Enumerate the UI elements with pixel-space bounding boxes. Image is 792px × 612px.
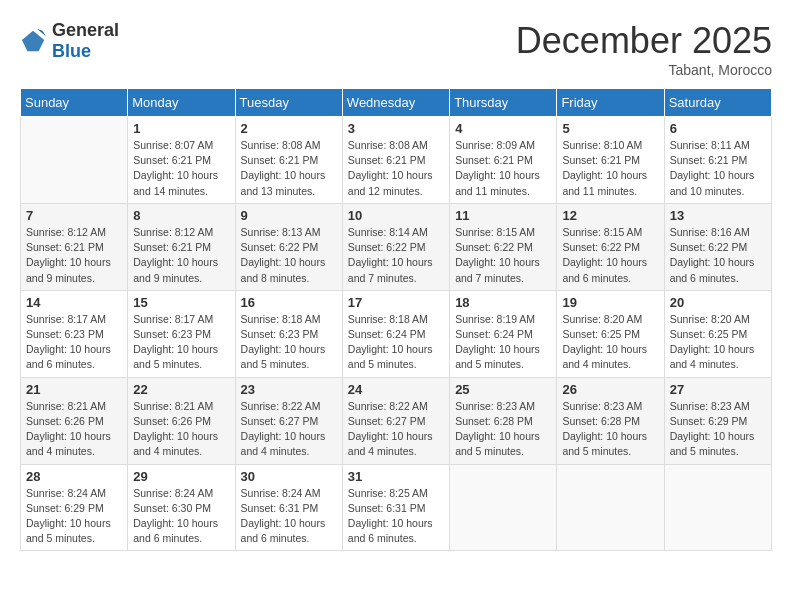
- calendar-cell: 21Sunrise: 8:21 AMSunset: 6:26 PMDayligh…: [21, 377, 128, 464]
- calendar-cell: 16Sunrise: 8:18 AMSunset: 6:23 PMDayligh…: [235, 290, 342, 377]
- day-info: Sunrise: 8:22 AMSunset: 6:27 PMDaylight:…: [241, 399, 337, 460]
- day-info: Sunrise: 8:25 AMSunset: 6:31 PMDaylight:…: [348, 486, 444, 547]
- calendar-cell: 18Sunrise: 8:19 AMSunset: 6:24 PMDayligh…: [450, 290, 557, 377]
- day-info: Sunrise: 8:24 AMSunset: 6:30 PMDaylight:…: [133, 486, 229, 547]
- day-number: 19: [562, 295, 658, 310]
- calendar-week-row: 7Sunrise: 8:12 AMSunset: 6:21 PMDaylight…: [21, 203, 772, 290]
- day-info: Sunrise: 8:23 AMSunset: 6:29 PMDaylight:…: [670, 399, 766, 460]
- calendar-cell: 22Sunrise: 8:21 AMSunset: 6:26 PMDayligh…: [128, 377, 235, 464]
- day-info: Sunrise: 8:20 AMSunset: 6:25 PMDaylight:…: [562, 312, 658, 373]
- calendar-cell: 12Sunrise: 8:15 AMSunset: 6:22 PMDayligh…: [557, 203, 664, 290]
- day-number: 16: [241, 295, 337, 310]
- calendar-cell: 11Sunrise: 8:15 AMSunset: 6:22 PMDayligh…: [450, 203, 557, 290]
- day-info: Sunrise: 8:23 AMSunset: 6:28 PMDaylight:…: [562, 399, 658, 460]
- day-info: Sunrise: 8:18 AMSunset: 6:23 PMDaylight:…: [241, 312, 337, 373]
- day-header-wednesday: Wednesday: [342, 89, 449, 117]
- calendar-cell: 17Sunrise: 8:18 AMSunset: 6:24 PMDayligh…: [342, 290, 449, 377]
- day-number: 17: [348, 295, 444, 310]
- day-info: Sunrise: 8:15 AMSunset: 6:22 PMDaylight:…: [455, 225, 551, 286]
- logo-blue: Blue: [52, 41, 91, 61]
- day-number: 1: [133, 121, 229, 136]
- calendar-cell: 15Sunrise: 8:17 AMSunset: 6:23 PMDayligh…: [128, 290, 235, 377]
- calendar-cell: 7Sunrise: 8:12 AMSunset: 6:21 PMDaylight…: [21, 203, 128, 290]
- day-number: 7: [26, 208, 122, 223]
- day-number: 26: [562, 382, 658, 397]
- calendar-cell: 1Sunrise: 8:07 AMSunset: 6:21 PMDaylight…: [128, 117, 235, 204]
- day-info: Sunrise: 8:16 AMSunset: 6:22 PMDaylight:…: [670, 225, 766, 286]
- day-header-friday: Friday: [557, 89, 664, 117]
- day-number: 29: [133, 469, 229, 484]
- calendar-week-row: 1Sunrise: 8:07 AMSunset: 6:21 PMDaylight…: [21, 117, 772, 204]
- day-number: 18: [455, 295, 551, 310]
- month-title: December 2025: [516, 20, 772, 62]
- day-number: 21: [26, 382, 122, 397]
- day-info: Sunrise: 8:22 AMSunset: 6:27 PMDaylight:…: [348, 399, 444, 460]
- calendar-table: SundayMondayTuesdayWednesdayThursdayFrid…: [20, 88, 772, 551]
- day-info: Sunrise: 8:09 AMSunset: 6:21 PMDaylight:…: [455, 138, 551, 199]
- day-info: Sunrise: 8:10 AMSunset: 6:21 PMDaylight:…: [562, 138, 658, 199]
- calendar-cell: 14Sunrise: 8:17 AMSunset: 6:23 PMDayligh…: [21, 290, 128, 377]
- calendar-cell: 3Sunrise: 8:08 AMSunset: 6:21 PMDaylight…: [342, 117, 449, 204]
- day-info: Sunrise: 8:15 AMSunset: 6:22 PMDaylight:…: [562, 225, 658, 286]
- day-number: 8: [133, 208, 229, 223]
- logo: General Blue: [20, 20, 119, 62]
- day-header-tuesday: Tuesday: [235, 89, 342, 117]
- calendar-cell: 20Sunrise: 8:20 AMSunset: 6:25 PMDayligh…: [664, 290, 771, 377]
- location: Tabant, Morocco: [516, 62, 772, 78]
- day-number: 3: [348, 121, 444, 136]
- day-number: 10: [348, 208, 444, 223]
- day-number: 11: [455, 208, 551, 223]
- calendar-cell: 8Sunrise: 8:12 AMSunset: 6:21 PMDaylight…: [128, 203, 235, 290]
- day-number: 4: [455, 121, 551, 136]
- day-info: Sunrise: 8:08 AMSunset: 6:21 PMDaylight:…: [348, 138, 444, 199]
- day-header-thursday: Thursday: [450, 89, 557, 117]
- day-number: 23: [241, 382, 337, 397]
- day-info: Sunrise: 8:21 AMSunset: 6:26 PMDaylight:…: [26, 399, 122, 460]
- title-block: December 2025 Tabant, Morocco: [516, 20, 772, 78]
- calendar-cell: 5Sunrise: 8:10 AMSunset: 6:21 PMDaylight…: [557, 117, 664, 204]
- calendar-cell: 24Sunrise: 8:22 AMSunset: 6:27 PMDayligh…: [342, 377, 449, 464]
- day-number: 12: [562, 208, 658, 223]
- day-info: Sunrise: 8:20 AMSunset: 6:25 PMDaylight:…: [670, 312, 766, 373]
- calendar-cell: 30Sunrise: 8:24 AMSunset: 6:31 PMDayligh…: [235, 464, 342, 551]
- calendar-cell: [664, 464, 771, 551]
- day-info: Sunrise: 8:19 AMSunset: 6:24 PMDaylight:…: [455, 312, 551, 373]
- day-info: Sunrise: 8:24 AMSunset: 6:31 PMDaylight:…: [241, 486, 337, 547]
- svg-marker-0: [22, 31, 44, 52]
- day-header-saturday: Saturday: [664, 89, 771, 117]
- day-info: Sunrise: 8:21 AMSunset: 6:26 PMDaylight:…: [133, 399, 229, 460]
- calendar-cell: 9Sunrise: 8:13 AMSunset: 6:22 PMDaylight…: [235, 203, 342, 290]
- calendar-cell: 2Sunrise: 8:08 AMSunset: 6:21 PMDaylight…: [235, 117, 342, 204]
- day-info: Sunrise: 8:12 AMSunset: 6:21 PMDaylight:…: [26, 225, 122, 286]
- calendar-cell: 28Sunrise: 8:24 AMSunset: 6:29 PMDayligh…: [21, 464, 128, 551]
- day-info: Sunrise: 8:11 AMSunset: 6:21 PMDaylight:…: [670, 138, 766, 199]
- day-number: 31: [348, 469, 444, 484]
- day-number: 25: [455, 382, 551, 397]
- day-number: 9: [241, 208, 337, 223]
- calendar-cell: [21, 117, 128, 204]
- calendar-cell: 19Sunrise: 8:20 AMSunset: 6:25 PMDayligh…: [557, 290, 664, 377]
- day-number: 14: [26, 295, 122, 310]
- day-info: Sunrise: 8:24 AMSunset: 6:29 PMDaylight:…: [26, 486, 122, 547]
- day-info: Sunrise: 8:07 AMSunset: 6:21 PMDaylight:…: [133, 138, 229, 199]
- calendar-cell: 26Sunrise: 8:23 AMSunset: 6:28 PMDayligh…: [557, 377, 664, 464]
- calendar-cell: 29Sunrise: 8:24 AMSunset: 6:30 PMDayligh…: [128, 464, 235, 551]
- calendar-cell: 10Sunrise: 8:14 AMSunset: 6:22 PMDayligh…: [342, 203, 449, 290]
- page-header: General Blue December 2025 Tabant, Moroc…: [20, 20, 772, 78]
- day-number: 28: [26, 469, 122, 484]
- calendar-week-row: 21Sunrise: 8:21 AMSunset: 6:26 PMDayligh…: [21, 377, 772, 464]
- day-number: 2: [241, 121, 337, 136]
- day-info: Sunrise: 8:14 AMSunset: 6:22 PMDaylight:…: [348, 225, 444, 286]
- calendar-cell: 27Sunrise: 8:23 AMSunset: 6:29 PMDayligh…: [664, 377, 771, 464]
- day-info: Sunrise: 8:18 AMSunset: 6:24 PMDaylight:…: [348, 312, 444, 373]
- day-info: Sunrise: 8:17 AMSunset: 6:23 PMDaylight:…: [26, 312, 122, 373]
- day-number: 22: [133, 382, 229, 397]
- calendar-cell: 4Sunrise: 8:09 AMSunset: 6:21 PMDaylight…: [450, 117, 557, 204]
- logo-general: General: [52, 20, 119, 40]
- calendar-cell: 13Sunrise: 8:16 AMSunset: 6:22 PMDayligh…: [664, 203, 771, 290]
- calendar-cell: 31Sunrise: 8:25 AMSunset: 6:31 PMDayligh…: [342, 464, 449, 551]
- calendar-cell: 23Sunrise: 8:22 AMSunset: 6:27 PMDayligh…: [235, 377, 342, 464]
- calendar-week-row: 14Sunrise: 8:17 AMSunset: 6:23 PMDayligh…: [21, 290, 772, 377]
- day-number: 27: [670, 382, 766, 397]
- logo-text: General Blue: [52, 20, 119, 62]
